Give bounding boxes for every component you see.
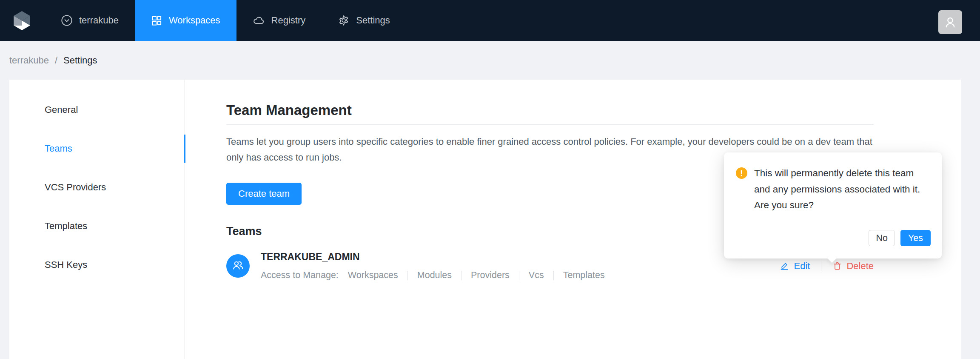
down-circle-icon [61,14,73,26]
popover-body: ! This will permanently delete this team… [724,152,942,213]
access-label: Access to Manage: [261,270,339,281]
edit-label: Edit [794,261,810,272]
delete-confirm-popover: ! This will permanently delete this team… [724,152,942,258]
nav-item-settings[interactable]: Settings [322,0,406,41]
sidebar-item-label: Templates [45,221,87,232]
cloud-icon [253,14,265,27]
permission-item: Modules [417,270,452,281]
settings-sidebar: General Teams VCS Providers Templates SS… [9,80,185,359]
permission-item: Providers [471,270,510,281]
permission-item: Vcs [529,270,544,281]
permission-divider [461,271,462,280]
delete-team-button[interactable]: Delete [832,261,874,272]
sidebar-item-templates[interactable]: Templates [9,212,184,240]
no-button[interactable]: No [869,230,895,246]
user-avatar[interactable] [938,10,962,34]
sidebar-item-ssh-keys[interactable]: SSH Keys [9,251,184,279]
nav-item-label: Settings [356,15,390,26]
team-permissions: Access to Manage: Workspaces Modules Pro… [261,270,605,281]
permission-divider [553,271,554,280]
permission-item: Templates [563,270,605,281]
top-navbar: terrakube Workspaces Registry Se [0,0,980,41]
sidebar-item-general[interactable]: General [9,96,184,124]
popover-footer: No Yes [869,230,931,246]
nav-item-terrakube[interactable]: terrakube [45,0,135,41]
nav-item-workspaces[interactable]: Workspaces [135,0,236,41]
actions-divider [821,261,821,271]
pencil-icon [780,261,789,271]
breadcrumb-root[interactable]: terrakube [9,55,49,66]
sidebar-item-label: SSH Keys [45,259,87,270]
nav-item-label: Workspaces [169,15,220,26]
create-team-button[interactable]: Create team [226,183,302,205]
sidebar-item-label: VCS Providers [45,182,106,193]
permission-item: Workspaces [348,270,398,281]
nav-item-registry[interactable]: Registry [236,0,322,41]
edit-team-button[interactable]: Edit [780,261,810,272]
cube-logo-icon [12,11,32,31]
sidebar-item-label: Teams [45,143,72,154]
breadcrumb: terrakube / Settings [0,41,980,80]
team-actions: Edit Delete [780,261,874,272]
permission-divider [519,271,519,280]
breadcrumb-separator: / [55,55,57,66]
breadcrumb-current: Settings [63,55,97,66]
popover-message: This will permanently delete this team a… [754,165,924,213]
terrakube-logo[interactable] [12,0,32,41]
team-avatar [226,254,250,278]
sidebar-item-label: General [45,104,78,115]
trash-icon [832,261,842,271]
page-title: Team Management [226,102,874,125]
warning-icon: ! [736,167,747,179]
gear-icon [338,14,350,26]
team-icon [231,259,245,273]
grid-icon [151,15,162,26]
team-info: TERRAKUBE_ADMIN Access to Manage: Worksp… [261,251,605,281]
yes-button[interactable]: Yes [900,230,931,246]
permission-divider [407,271,408,280]
nav-item-label: Registry [271,15,306,26]
team-name: TERRAKUBE_ADMIN [261,251,605,263]
sidebar-item-teams[interactable]: Teams [9,135,184,163]
nav-item-label: terrakube [79,15,119,26]
sidebar-item-vcs-providers[interactable]: VCS Providers [9,173,184,201]
delete-label: Delete [846,261,874,272]
person-icon [943,15,957,29]
